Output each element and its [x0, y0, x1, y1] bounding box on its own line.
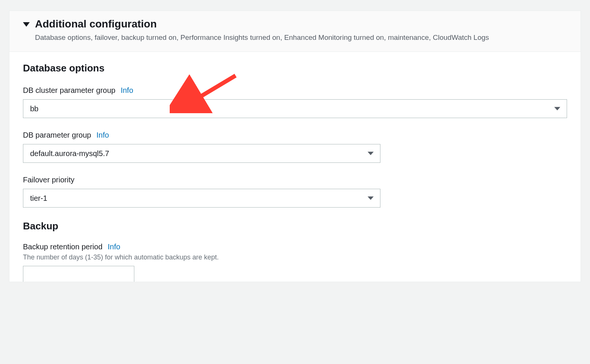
failover-priority-field: Failover priority tier-1: [23, 176, 567, 208]
param-group-select[interactable]: default.aurora-mysql5.7: [23, 144, 380, 163]
param-group-label: DB parameter group: [23, 131, 91, 140]
additional-configuration-panel: Additional configuration Database option…: [9, 11, 581, 282]
accordion-subtitle: Database options, failover, backup turne…: [35, 33, 567, 43]
cluster-param-group-value: bb: [30, 105, 38, 113]
accordion-title-wrap: Additional configuration Database option…: [35, 18, 567, 42]
backup-retention-label: Backup retention period: [23, 243, 102, 251]
backup-retention-helper: The number of days (1-35) for which auto…: [23, 253, 567, 261]
failover-priority-value: tier-1: [30, 194, 47, 203]
param-group-info-link[interactable]: Info: [96, 131, 109, 140]
panel-content: Database options DB cluster parameter gr…: [9, 52, 581, 282]
param-group-field: DB parameter group Info default.aurora-m…: [23, 131, 567, 163]
accordion-header[interactable]: Additional configuration Database option…: [9, 11, 581, 52]
cluster-param-group-label: DB cluster parameter group: [23, 86, 116, 95]
cluster-param-group-select[interactable]: bb: [23, 99, 567, 118]
failover-priority-label: Failover priority: [23, 176, 75, 184]
param-group-value: default.aurora-mysql5.7: [30, 149, 109, 158]
accordion-title: Additional configuration: [35, 18, 567, 30]
backup-heading: Backup: [23, 220, 567, 232]
backup-retention-info-link[interactable]: Info: [108, 243, 120, 251]
cluster-param-group-field: DB cluster parameter group Info bb: [23, 86, 567, 118]
failover-priority-select[interactable]: tier-1: [23, 189, 380, 208]
caret-down-icon: [23, 22, 30, 27]
backup-retention-select[interactable]: [23, 266, 134, 282]
backup-retention-field: Backup retention period Info The number …: [23, 243, 567, 282]
database-options-heading: Database options: [23, 62, 567, 74]
cluster-param-group-info-link[interactable]: Info: [121, 86, 133, 95]
